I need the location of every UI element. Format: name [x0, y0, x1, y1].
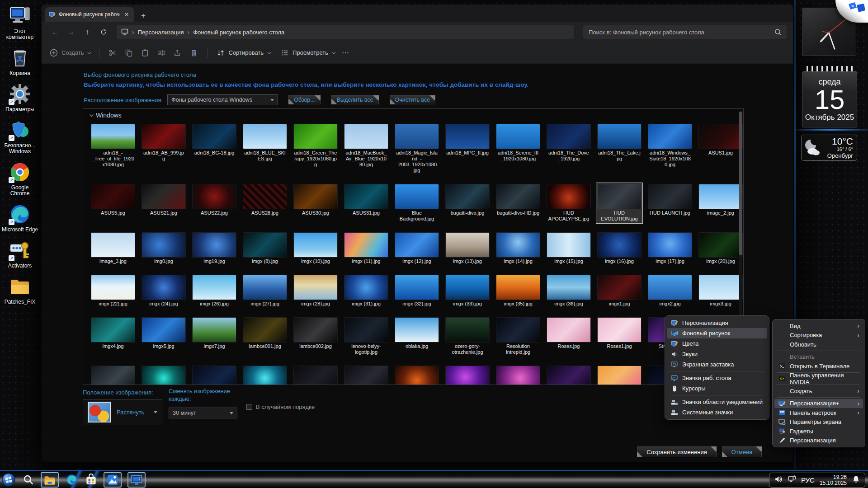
menu-item[interactable]: Сортировка› [774, 331, 863, 340]
wallpaper-item[interactable]: imgx5.jpg [140, 316, 187, 357]
shuffle-checkbox[interactable] [246, 404, 252, 410]
wallpaper-item[interactable]: img0.jpg [140, 231, 187, 266]
address-bar[interactable]: › Персонализация › Фоновый рисунок рабоч… [117, 25, 574, 39]
photos-taskbar-icon[interactable] [104, 472, 122, 488]
menu-item[interactable]: Вид› [774, 321, 863, 331]
wallpaper-item[interactable]: imgx (17).jpg [646, 231, 693, 266]
save-changes-button[interactable]: Сохранить изменения [637, 446, 717, 458]
wallpaper-item[interactable]: Roses.jpg [545, 316, 592, 357]
search-input[interactable] [583, 25, 787, 39]
share-icon[interactable] [174, 49, 182, 57]
wallpaper-item[interactable]: adni18_Windows_Suite18_1920x1080.jpg [646, 122, 693, 175]
position-dropdown[interactable]: Растянуть [83, 399, 162, 425]
wallpaper-item[interactable]: ASUS31.jpg [343, 183, 390, 224]
wallpaper-item[interactable]: lambce001.jpg [241, 316, 288, 357]
wallpaper-item[interactable]: Blue Background.jpg [393, 183, 440, 224]
wallpaper-item[interactable]: imgx7.jpg [191, 316, 238, 357]
wallpaper-item[interactable]: Resolution Intrepid.jpg [495, 316, 542, 357]
menu-item[interactable]: Фоновый рисунок [667, 328, 767, 338]
wallpaper-item[interactable]: adni18_MPC_II.jpg [444, 122, 491, 175]
wallpaper-item[interactable]: ASUS22.jpg [191, 183, 238, 224]
paste-icon[interactable] [141, 49, 149, 57]
wallpaper-item[interactable]: imgx (27).jpg [241, 273, 288, 309]
menu-item[interactable]: Гаджеты [774, 427, 863, 436]
desktop-icon-key[interactable]: ↗Activators [0, 239, 39, 269]
wallpaper-item[interactable]: adni18_Serene_III_1920x1080.jpg [495, 122, 542, 175]
language-indicator[interactable]: РУС [801, 476, 815, 484]
search-taskbar-icon[interactable] [21, 473, 35, 487]
menu-item[interactable]: Открыть в Терминале [774, 361, 863, 371]
wallpaper-item[interactable]: Roses1.jpg [596, 316, 643, 357]
wallpaper-item[interactable]: adni18_Green_Therapy_1920x1080.jpg [292, 122, 339, 175]
wallpaper-item[interactable] [444, 364, 491, 385]
menu-item[interactable]: Персонализация+› [774, 399, 863, 408]
display-app-taskbar-icon[interactable] [127, 472, 146, 488]
desktop-icon-shield[interactable]: ↗Безопасно... Windows [0, 119, 39, 155]
menu-item[interactable]: Персонализация [667, 318, 767, 328]
browse-button[interactable]: Обзор... [288, 95, 321, 105]
desktop-icon-folder[interactable]: Patches_FIX [0, 275, 39, 305]
desktop-icon-edge[interactable]: ↗Microsoft Edge [0, 203, 39, 233]
wallpaper-item[interactable]: adni18_The_Lake.jpg [596, 122, 643, 175]
wallpaper-item[interactable]: imgx (35).jpg [495, 273, 542, 309]
wallpaper-item[interactable]: lambce002.jpg [292, 316, 339, 357]
wallpaper-item[interactable]: adni18_AB_999.jpg [140, 122, 187, 175]
wallpaper-item[interactable]: imgx (24).jpg [140, 273, 187, 309]
change-interval-dropdown[interactable]: 30 минут [169, 408, 237, 418]
wallpaper-item[interactable]: image_2.jpg [697, 183, 744, 224]
menu-item[interactable]: Панель настроек› [774, 408, 863, 418]
wallpaper-item[interactable]: imgx (13).jpg [444, 231, 491, 266]
menu-item[interactable]: Системные значки [667, 407, 767, 418]
wallpaper-item[interactable]: imgx3.jpg [697, 273, 744, 309]
new-button[interactable]: Создать [50, 49, 90, 57]
wallpaper-item[interactable] [140, 364, 187, 385]
wallpaper-item[interactable]: ASUS21.jpg [140, 183, 187, 224]
menu-item[interactable]: Звуки [667, 349, 767, 359]
wallpaper-item[interactable] [343, 364, 390, 385]
wallpaper-item[interactable] [90, 364, 137, 385]
location-dropdown[interactable]: Фоны рабочего стола Windows [167, 94, 278, 105]
menu-item[interactable]: Значки области уведомлений [667, 397, 767, 407]
desktop-icon-computer[interactable]: Этот компьютер [0, 5, 39, 40]
wallpaper-item[interactable]: lenovo-belyy-logotip.jpg [343, 316, 390, 357]
file-explorer-taskbar-icon[interactable] [41, 472, 59, 488]
wallpaper-item[interactable]: HUD APOCALYPSE.jpg [545, 183, 592, 224]
up-icon[interactable]: ↑ [80, 25, 94, 39]
volume-icon[interactable] [774, 475, 783, 485]
notifications-bell-icon[interactable] [852, 475, 860, 485]
wallpaper-item[interactable] [495, 364, 542, 385]
store-taskbar-icon[interactable] [84, 473, 98, 487]
wallpaper-item[interactable]: ASUS1.jpg [697, 122, 744, 175]
wallpaper-item[interactable] [292, 364, 339, 385]
wallpaper-item[interactable]: imgx4.jpg [90, 316, 137, 357]
wallpaper-item[interactable]: imgx (16).jpg [596, 231, 643, 266]
wallpaper-item[interactable]: imgx (28).jpg [292, 273, 339, 309]
wallpaper-item[interactable]: oblaka.jpg [393, 316, 440, 357]
clear-all-button[interactable]: Очистить все [389, 95, 436, 105]
menu-item[interactable]: Создать› [774, 386, 863, 396]
rename-icon[interactable] [157, 49, 165, 57]
wallpaper-item[interactable]: ozero-gory-otrazhenie.jpg [444, 316, 491, 357]
more-options-icon[interactable]: ⋯ [342, 48, 349, 57]
group-header-windows[interactable]: Windows [83, 109, 743, 120]
cancel-button[interactable]: Отмена [722, 446, 762, 458]
wallpaper-item[interactable]: HUD EVOLUTION.jpg [596, 183, 643, 224]
menu-item[interactable]: Персонализация [774, 436, 863, 446]
wallpaper-item[interactable]: adni18_-_Tree_of_life_1920x1080.jpg [90, 122, 137, 175]
wallpaper-item[interactable]: imgx (32).jpg [393, 273, 440, 309]
refresh-icon[interactable] [97, 25, 110, 39]
tab-close-icon[interactable]: ✕ [123, 11, 130, 18]
back-icon[interactable]: ← [48, 25, 61, 39]
wallpaper-item[interactable]: imgx (12).jpg [393, 231, 440, 266]
menu-item[interactable]: Обновить [774, 340, 863, 349]
desktop-icon-gear[interactable]: ↗Параметры [0, 83, 39, 113]
wallpaper-item[interactable]: ASUS28.jpg [241, 183, 288, 224]
desktop-icon-recycle-bin[interactable]: Корзина [0, 47, 39, 76]
wallpaper-item[interactable]: imgx1.jpg [596, 273, 643, 309]
wallpaper-item[interactable] [241, 364, 288, 385]
wallpaper-item[interactable]: ASUS30.jpg [292, 183, 339, 224]
menu-item[interactable]: Панель управления NVIDIA [774, 374, 863, 384]
desktop-icon-chrome[interactable]: ↗Google Chrome [0, 161, 39, 197]
wallpaper-item[interactable]: adni18_Magic_Island_-_2003_1920x1080.jpg [393, 122, 440, 175]
scrollbar-thumb[interactable] [739, 112, 742, 255]
